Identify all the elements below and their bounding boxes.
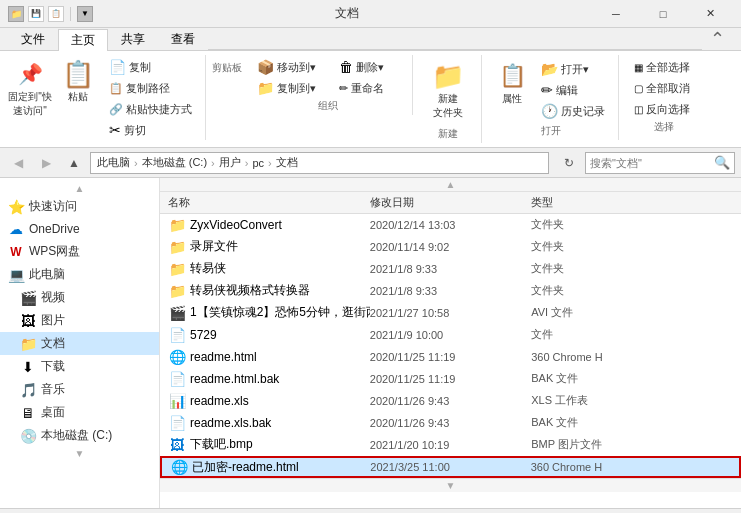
paste-button[interactable]: 📋 粘贴 xyxy=(56,55,100,107)
sidebar-label-music: 音乐 xyxy=(41,381,65,398)
file-type-9: BAK 文件 xyxy=(531,415,652,430)
col-header-name[interactable]: 名称 xyxy=(168,195,370,210)
dropdown-arrow[interactable]: ▼ xyxy=(77,6,93,22)
file-row[interactable]: 📊 readme.xls 2020/11/26 9:43 XLS 工作表 xyxy=(160,390,741,412)
xls-icon-8: 📊 xyxy=(168,392,186,410)
file-row[interactable]: 📄 readme.html.bak 2020/11/25 11:19 BAK 文… xyxy=(160,368,741,390)
sidebar-item-music[interactable]: 🎵 音乐 xyxy=(0,378,159,401)
delete-button[interactable]: 🗑 删除▾ xyxy=(334,57,404,77)
copy-to-button[interactable]: 📁 复制到▾ xyxy=(252,78,332,98)
list-scroll-up[interactable]: ▲ xyxy=(160,178,741,192)
col-header-type[interactable]: 类型 xyxy=(531,195,652,210)
delete-label: 删除▾ xyxy=(356,60,384,75)
sidebar-item-onedrive[interactable]: ☁ OneDrive xyxy=(0,218,159,240)
rename-icon: ✏ xyxy=(339,82,348,95)
copy-path-button[interactable]: 📋 复制路径 xyxy=(104,78,197,98)
clipboard-label: 剪贴板 xyxy=(212,61,242,75)
move-icon: 📦 xyxy=(257,59,274,75)
new-folder-button[interactable]: 📁 新建文件夹 xyxy=(423,57,473,123)
up-button[interactable]: ▲ xyxy=(62,151,86,175)
forward-button[interactable]: ▶ xyxy=(34,151,58,175)
refresh-button[interactable]: ↻ xyxy=(557,151,581,175)
sidebar-item-local-c[interactable]: 💿 本地磁盘 (C:) xyxy=(0,424,159,447)
ribbon-toggle[interactable]: ⌃ xyxy=(702,28,733,50)
title-bar: 📁 💾 📋 ▼ 文档 ─ □ ✕ xyxy=(0,0,741,28)
downloads-icon: ⬇ xyxy=(20,359,36,375)
move-to-button[interactable]: 📦 移动到▾ xyxy=(252,57,332,77)
tab-view[interactable]: 查看 xyxy=(158,28,208,50)
search-input[interactable] xyxy=(590,157,714,169)
quick-access-toolbar-icon2[interactable]: 📋 xyxy=(48,6,64,22)
select-all-button[interactable]: ▦ 全部选择 xyxy=(629,57,699,77)
file-row[interactable]: 📁 录屏文件 2020/11/14 9:02 文件夹 xyxy=(160,236,741,258)
paste-shortcut-button[interactable]: 🔗 粘贴快捷方式 xyxy=(104,99,197,119)
videos-icon: 🎬 xyxy=(20,290,36,306)
bak-icon-9: 📄 xyxy=(168,414,186,432)
open-label: 打开▾ xyxy=(561,62,589,77)
tab-file[interactable]: 文件 xyxy=(8,28,58,50)
open-button[interactable]: 📂 打开▾ xyxy=(536,59,610,79)
file-type-6: 360 Chrome H xyxy=(531,351,652,363)
file-row[interactable]: 📁 转易侠 2021/1/8 9:33 文件夹 xyxy=(160,258,741,280)
file-row[interactable]: 🖼 下载吧.bmp 2021/1/20 10:19 BMP 图片文件 xyxy=(160,434,741,456)
sidebar-item-desktop[interactable]: 🖥 桌面 xyxy=(0,401,159,424)
sidebar-item-videos[interactable]: 🎬 视频 xyxy=(0,286,159,309)
tab-home[interactable]: 主页 xyxy=(58,29,108,51)
close-button[interactable]: ✕ xyxy=(687,0,733,28)
pin-icon: 📌 xyxy=(14,58,46,90)
file-row[interactable]: 🌐 readme.html 2020/11/25 11:19 360 Chrom… xyxy=(160,346,741,368)
sidebar-item-docs[interactable]: 📁 文档 xyxy=(0,332,159,355)
paste-shortcut-icon: 🔗 xyxy=(109,103,123,116)
minimize-button[interactable]: ─ xyxy=(593,0,639,28)
file-row-selected[interactable]: 🌐 已加密-readme.html 2021/3/25 11:00 360 Ch… xyxy=(160,456,741,478)
sidebar-item-wps[interactable]: W WPS网盘 xyxy=(0,240,159,263)
ribbon-content: 📌 固定到"快速访问" 📋 粘贴 📄 复制 📋 复制路径 🔗 xyxy=(0,50,741,147)
select-none-label: 全部取消 xyxy=(646,81,690,96)
history-icon: 🕐 xyxy=(541,103,558,119)
invert-select-button[interactable]: ◫ 反向选择 xyxy=(629,99,699,119)
pin-button[interactable]: 📌 固定到"快速访问" xyxy=(8,55,52,121)
copy-label: 复制 xyxy=(129,60,151,75)
file-row[interactable]: 📄 5729 2021/1/9 10:00 文件 xyxy=(160,324,741,346)
breadcrumb[interactable]: 此电脑 › 本地磁盘 (C:) › 用户 › pc › 文档 xyxy=(90,152,549,174)
window-title: 文档 xyxy=(101,5,593,22)
properties-button[interactable]: 📋 属性 xyxy=(492,57,532,109)
file-type-4: AVI 文件 xyxy=(531,305,652,320)
move-label: 移动到▾ xyxy=(277,60,316,75)
folder-icon-1: 📁 xyxy=(168,238,186,256)
file-name-5: 📄 5729 xyxy=(168,326,370,344)
select-label: 选择 xyxy=(629,120,699,134)
edit-button[interactable]: ✏ 编辑 xyxy=(536,80,610,100)
tab-share[interactable]: 共享 xyxy=(108,28,158,50)
sidebar-item-images[interactable]: 🖼 图片 xyxy=(0,309,159,332)
sep3: › xyxy=(245,157,249,169)
list-scroll-down[interactable]: ▼ xyxy=(160,478,741,492)
new-folder-label: 新建文件夹 xyxy=(433,92,463,120)
search-box[interactable]: 🔍 xyxy=(585,152,735,174)
file-date-2: 2021/1/8 9:33 xyxy=(370,263,531,275)
rename-button[interactable]: ✏ 重命名 xyxy=(334,78,404,98)
file-row[interactable]: 📁 转易侠视频格式转换器 2021/1/8 9:33 文件夹 xyxy=(160,280,741,302)
file-row[interactable]: 🎬 1【笑镇惊魂2】恐怖5分钟，逛街两小时.... 2021/1/27 10:5… xyxy=(160,302,741,324)
file-row[interactable]: 📁 ZyxVideoConvert 2020/12/14 13:03 文件夹 xyxy=(160,214,741,236)
back-button[interactable]: ◀ xyxy=(6,151,30,175)
file-row[interactable]: 📄 readme.xls.bak 2020/11/26 9:43 BAK 文件 xyxy=(160,412,741,434)
sidebar-item-downloads[interactable]: ⬇ 下载 xyxy=(0,355,159,378)
maximize-button[interactable]: □ xyxy=(640,0,686,28)
sidebar-item-quick-access[interactable]: ⭐ 快速访问 xyxy=(0,195,159,218)
cut-button[interactable]: ✂ 剪切 xyxy=(104,120,197,140)
select-none-button[interactable]: ▢ 全部取消 xyxy=(629,78,699,98)
select-none-icon: ▢ xyxy=(634,83,643,94)
col-header-date[interactable]: 修改日期 xyxy=(370,195,531,210)
window-controls[interactable]: ─ □ ✕ xyxy=(593,0,733,28)
quick-access-toolbar-icon[interactable]: 💾 xyxy=(28,6,44,22)
scroll-down: ▼ xyxy=(0,447,159,460)
sidebar-item-this-pc[interactable]: 💻 此电脑 xyxy=(0,263,159,286)
file-date-3: 2021/1/8 9:33 xyxy=(370,285,531,297)
sep2: › xyxy=(211,157,215,169)
rename-label: 重命名 xyxy=(351,81,384,96)
paste-shortcut-label: 粘贴快捷方式 xyxy=(126,102,192,117)
history-button[interactable]: 🕐 历史记录 xyxy=(536,101,610,121)
copy-button[interactable]: 📄 复制 xyxy=(104,57,197,77)
file-type-1: 文件夹 xyxy=(531,239,652,254)
